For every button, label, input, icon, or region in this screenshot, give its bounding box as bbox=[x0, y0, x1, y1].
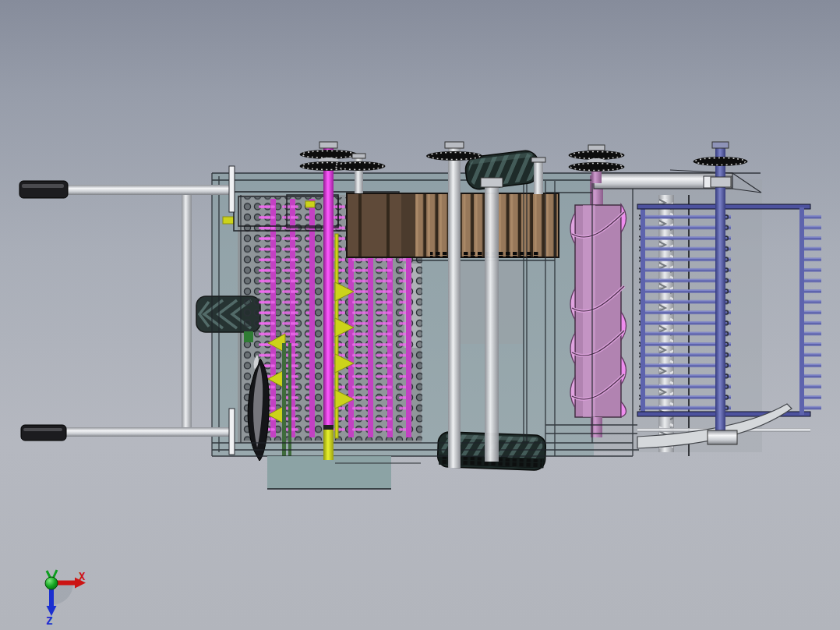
sprocket[interactable] bbox=[569, 162, 625, 172]
tine-end-dots bbox=[725, 212, 730, 415]
pin-row bbox=[271, 199, 290, 437]
handle-cross-tube[interactable] bbox=[182, 192, 192, 430]
shaft-collar bbox=[323, 425, 334, 430]
tine-bar-left[interactable] bbox=[641, 209, 645, 413]
sprocket[interactable] bbox=[426, 151, 482, 161]
shaft-cap bbox=[712, 142, 729, 148]
cad-viewport[interactable]: X Z bbox=[0, 0, 840, 630]
shaft[interactable] bbox=[485, 181, 499, 462]
grip-highlight bbox=[22, 184, 64, 188]
shaft-collar bbox=[481, 178, 503, 187]
green-bar bbox=[288, 343, 291, 456]
handle-tube-bottom[interactable] bbox=[64, 427, 234, 437]
shaft-cap bbox=[445, 142, 464, 148]
lower-shield-plate[interactable] bbox=[267, 456, 391, 489]
belt-divider bbox=[401, 193, 415, 257]
yellow-shaft-end[interactable] bbox=[323, 427, 334, 460]
pin-shaft-column[interactable] bbox=[291, 199, 315, 437]
belt-slat-line bbox=[358, 193, 362, 257]
pin-row bbox=[291, 199, 309, 437]
shaft-foot bbox=[708, 430, 737, 444]
handle-grip-bottom[interactable] bbox=[21, 425, 66, 441]
mount-flange-top bbox=[229, 166, 235, 212]
belt-slat-line bbox=[386, 193, 390, 257]
shaft-collar bbox=[711, 177, 731, 187]
shaft-cap bbox=[531, 158, 545, 162]
flight bbox=[223, 217, 234, 224]
pin-shaft[interactable] bbox=[309, 199, 315, 437]
auger[interactable] bbox=[570, 175, 626, 437]
model-canvas[interactable]: X Z bbox=[0, 0, 840, 630]
handle-grip-top[interactable] bbox=[19, 181, 68, 198]
shaft[interactable] bbox=[323, 145, 334, 427]
green-gear bbox=[244, 331, 253, 342]
sprocket[interactable] bbox=[694, 157, 748, 166]
sprocket[interactable] bbox=[333, 161, 386, 171]
green-bar bbox=[282, 343, 286, 456]
shaft[interactable] bbox=[448, 144, 461, 468]
shaft-cap bbox=[588, 145, 605, 150]
comb-bar[interactable] bbox=[799, 207, 804, 415]
right-comb[interactable] bbox=[799, 207, 821, 415]
mount-flange-bottom bbox=[229, 409, 235, 455]
grip-highlight bbox=[23, 428, 62, 431]
shaft[interactable] bbox=[534, 160, 543, 194]
handle-tube-top[interactable] bbox=[65, 185, 234, 195]
triad-origin-ball bbox=[45, 577, 58, 589]
flight bbox=[305, 201, 315, 207]
axis-triad: X Z bbox=[45, 570, 86, 627]
x-axis-label: X bbox=[79, 570, 86, 582]
shaft-cap bbox=[319, 142, 337, 148]
shaft-cap bbox=[352, 154, 365, 158]
tine-row-right[interactable] bbox=[804, 214, 821, 410]
z-axis-label: Z bbox=[46, 614, 52, 627]
